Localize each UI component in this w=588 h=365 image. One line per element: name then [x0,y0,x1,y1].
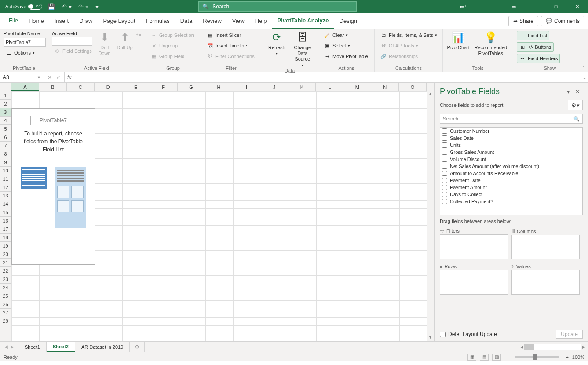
field-item[interactable]: Days to Collect [440,191,582,198]
column-header-G[interactable]: G [178,83,205,91]
redo-icon[interactable]: ↷ ▾ [76,3,91,10]
tab-review[interactable]: Review [197,13,227,29]
field-checkbox[interactable] [442,150,447,155]
pivottable-name-input[interactable]: PivotTable7 [4,38,46,47]
row-header-7[interactable]: 7 [0,142,11,150]
field-item[interactable]: Gross Sales Amount [440,149,582,156]
insert-slicer-button[interactable]: ▤Insert Slicer [205,31,243,40]
tab-help[interactable]: Help [250,13,272,29]
field-search-input[interactable]: Search 🔍 [440,114,583,124]
field-item[interactable]: Amount to Accounts Receivable [440,170,582,177]
expand-formula-bar-icon[interactable]: ⌄ [581,72,588,82]
select-button[interactable]: ▣Select ▾ [322,41,352,50]
pane-close-icon[interactable]: ✕ [573,88,583,95]
row-header-21[interactable]: 21 [0,259,11,267]
row-header-16[interactable]: 16 [0,217,11,225]
name-box[interactable]: A3▼ [0,72,44,82]
refresh-button[interactable]: ⟳Refresh▾ [265,31,289,56]
row-header-10[interactable]: 10 [0,167,11,175]
field-checkbox[interactable] [442,135,447,141]
fx-icon[interactable]: fx [65,72,74,82]
row-header-6[interactable]: 6 [0,133,11,142]
column-header-M[interactable]: M [343,83,371,91]
zoom-out-button[interactable]: — [504,354,509,360]
field-item[interactable]: Volume Discount [440,156,582,163]
search-box[interactable]: 🔍 Search [198,1,357,12]
formula-input[interactable] [74,72,581,82]
field-checkbox[interactable] [442,157,447,162]
tab-data[interactable]: Data [175,13,197,29]
share-button[interactable]: ➦Share [508,16,538,26]
cell-grid[interactable]: PivotTable7 To build a report, choose fi… [11,91,427,341]
tab-draw[interactable]: Draw [74,13,98,29]
zoom-in-button[interactable]: + [566,354,568,360]
options-button[interactable]: ☰Options ▾ [4,48,37,57]
column-header-D[interactable]: D [95,83,122,91]
row-header-13[interactable]: 13 [0,192,11,200]
view-normal-icon[interactable]: ▦ [467,354,476,361]
row-header-11[interactable]: 11 [0,175,11,183]
field-checkbox[interactable] [442,171,447,176]
pane-options-icon[interactable]: ▾ [564,88,573,95]
row-header-15[interactable]: 15 [0,208,11,217]
row-header-22[interactable]: 22 [0,267,11,275]
change-data-source-button[interactable]: 🗄Change Data Source▾ [291,31,315,67]
tab-file[interactable]: File [4,13,23,29]
row-header-8[interactable]: 8 [0,150,11,158]
row-header-23[interactable]: 23 [0,275,11,284]
row-header-17[interactable]: 17 [0,225,11,234]
row-header-4[interactable]: 4 [0,117,11,125]
column-header-L[interactable]: L [316,83,343,91]
area-filters[interactable]: 🝖Filters [440,227,508,259]
active-field-input[interactable] [52,37,92,46]
field-checkbox[interactable] [442,142,447,148]
horizontal-scrollbar[interactable]: ◀ ▶ [518,342,588,352]
field-checkbox[interactable] [442,192,447,197]
collapse-ribbon-icon[interactable]: ˆ [583,66,584,71]
view-page-layout-icon[interactable]: ▤ [480,354,489,361]
sheet-tab-sheet2[interactable]: Sheet2 [47,342,75,352]
field-list-button[interactable]: ☰Field List [517,31,549,40]
fields-items-sets-button[interactable]: 🗂Fields, Items, & Sets ▾ [378,31,439,40]
area-rows[interactable]: ≡Rows [440,263,508,295]
tab-formulas[interactable]: Formulas [141,13,175,29]
tab-design[interactable]: Design [334,13,362,29]
row-header-2[interactable]: 2 [0,100,11,108]
field-item[interactable]: Payment Amount [440,184,582,191]
tab-insert[interactable]: Insert [49,13,74,29]
pane-layout-button[interactable]: ⚙▾ [568,100,583,110]
account-icon[interactable]: ▭⁺ [454,0,473,13]
comments-button[interactable]: 💬Comments [541,16,584,26]
row-header-20[interactable]: 20 [0,250,11,259]
field-item[interactable]: Payment Date [440,177,582,184]
zoom-slider[interactable] [515,356,559,358]
name-box-dropdown-icon[interactable]: ▼ [37,75,41,80]
column-header-C[interactable]: C [67,83,95,91]
row-header-9[interactable]: 9 [0,158,11,167]
column-header-A[interactable]: A [11,83,39,91]
field-checkbox[interactable] [442,199,447,204]
column-header-B[interactable]: B [39,83,67,91]
field-headers-button[interactable]: ☷Field Headers [517,54,560,63]
tab-pivottable-analyze[interactable]: PivotTable Analyze [272,13,334,29]
area-values[interactable]: ΣValues [511,263,580,295]
select-all-corner[interactable] [0,83,11,91]
zoom-level[interactable]: 100% [572,354,584,360]
column-header-I[interactable]: I [233,83,261,91]
row-header-19[interactable]: 19 [0,242,11,250]
row-header-25[interactable]: 25 [0,292,11,300]
prev-sheet-icon[interactable]: ◀ [4,344,8,349]
field-item[interactable]: Sales Date [440,135,582,142]
move-pivottable-button[interactable]: ➙Move PivotTable [322,52,370,61]
view-page-break-icon[interactable]: ▥ [492,354,501,361]
row-header-3[interactable]: 3 [0,108,11,117]
worksheet[interactable]: ABCDEFGHIJKLMNO 123456789101112131415161… [0,83,434,341]
maximize-button[interactable]: □ [547,0,565,13]
qat-more-icon[interactable]: ▾ [93,3,101,10]
field-item[interactable]: Net Sales Amount (after volume discount) [440,163,582,170]
recommended-pivottables-button[interactable]: 💡Recommended PivotTables [472,31,509,56]
column-header-K[interactable]: K [288,83,316,91]
column-header-N[interactable]: N [371,83,399,91]
row-header-14[interactable]: 14 [0,200,11,208]
defer-update-checkbox[interactable] [440,332,446,337]
